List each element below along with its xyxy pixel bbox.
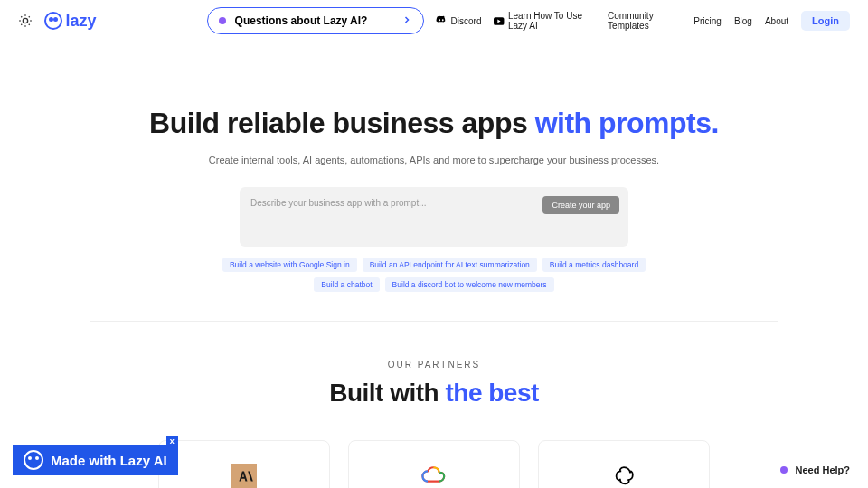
nav-pricing[interactable]: Pricing [693, 16, 722, 26]
suggestion-chip[interactable]: Build a metrics dashboard [542, 258, 646, 272]
nav-about[interactable]: About [765, 16, 788, 26]
nav-blog[interactable]: Blog [734, 16, 752, 26]
suggestion-chip[interactable]: Build a discord bot to welcome new membe… [385, 277, 554, 292]
search-text: Questions about Lazy AI? [235, 14, 401, 27]
youtube-icon [494, 16, 504, 26]
suggestion-chip[interactable]: Build an API endpoint for AI text summar… [363, 258, 537, 272]
anthropic-icon [231, 464, 257, 488]
nav-templates[interactable]: Community Templates [608, 11, 681, 31]
svg-point-0 [24, 18, 28, 23]
badge-text: Made with Lazy AI [51, 453, 167, 468]
svg-line-8 [29, 16, 30, 17]
hero-subtitle: Create internal tools, AI agents, automa… [0, 155, 868, 165]
partner-card-anthropic [158, 440, 330, 488]
svg-line-7 [22, 24, 23, 25]
suggestion-chip[interactable]: Build a chatbot [314, 277, 379, 292]
sun-icon [18, 14, 33, 28]
svg-line-4 [29, 24, 30, 25]
hero-title: Build reliable business apps with prompt… [0, 107, 868, 140]
nav-label: Community Templates [608, 11, 681, 31]
openai-icon [611, 464, 637, 488]
search-dot-icon [219, 17, 226, 24]
google-cloud-icon [421, 465, 447, 487]
chevron-right-icon [401, 13, 412, 29]
made-with-badge[interactable]: x Made with Lazy AI [13, 445, 178, 475]
hero-section: Build reliable business apps with prompt… [0, 107, 868, 292]
login-label: Login [812, 15, 839, 26]
suggestions: Build a website with Google Sign in Buil… [208, 258, 660, 292]
help-dot-icon [780, 466, 788, 474]
badge-close-button[interactable]: x [166, 436, 178, 446]
help-text: Need Help? [795, 465, 850, 475]
discord-icon [435, 14, 448, 27]
create-label: Create your app [552, 201, 610, 210]
theme-toggle[interactable] [18, 13, 33, 29]
partner-card-openai [538, 440, 710, 488]
login-button[interactable]: Login [801, 11, 850, 31]
hero-title-accent: with prompts. [535, 107, 719, 139]
partners-label: OUR PARTNERS [0, 360, 868, 370]
nav-label: About [765, 16, 788, 26]
partners-title-plain: Built with [329, 379, 445, 407]
logo-text: lazy [66, 12, 97, 31]
nav-label: Discord [451, 16, 482, 26]
header: lazy Questions about Lazy AI? Discord Le… [0, 0, 868, 42]
logo-icon [44, 12, 62, 30]
partner-card-google-cloud [348, 440, 520, 488]
hero-title-plain: Build reliable business apps [149, 107, 535, 139]
search-bar[interactable]: Questions about Lazy AI? [207, 7, 424, 34]
partners-title-accent: the best [445, 379, 538, 407]
nav-label: Learn How To Use Lazy AI [508, 11, 595, 31]
create-app-button[interactable]: Create your app [542, 196, 619, 214]
help-button[interactable]: Need Help? [780, 465, 850, 475]
divider [90, 321, 778, 322]
nav-label: Blog [734, 16, 752, 26]
nav-discord[interactable]: Discord [435, 14, 482, 27]
svg-line-3 [22, 16, 23, 17]
lazy-badge-icon [24, 450, 43, 470]
logo[interactable]: lazy [44, 12, 97, 31]
prompt-box[interactable]: Describe your business app with a prompt… [240, 187, 628, 247]
nav-learn[interactable]: Learn How To Use Lazy AI [494, 11, 595, 31]
nav: Discord Learn How To Use Lazy AI Communi… [435, 11, 850, 31]
suggestion-chip[interactable]: Build a website with Google Sign in [222, 258, 357, 272]
nav-label: Pricing [693, 16, 722, 26]
partners-title: Built with the best [0, 379, 868, 408]
